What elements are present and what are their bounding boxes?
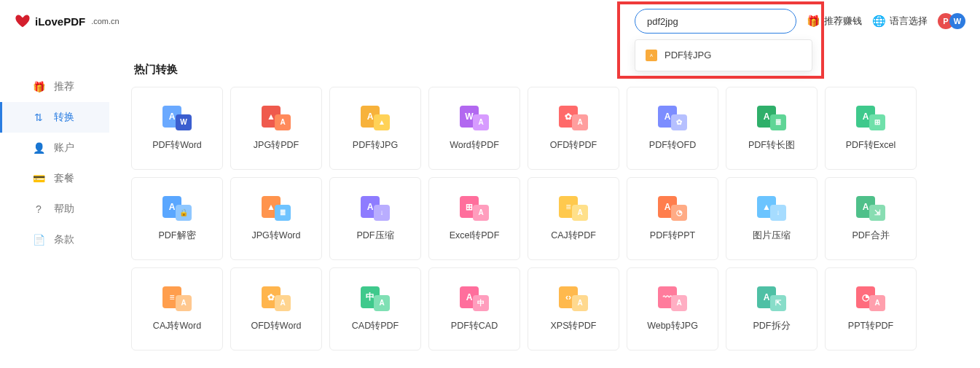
tool-card-7[interactable]: A⊞PDF转Excel [825, 87, 917, 170]
tool-card-2[interactable]: A▲PDF转JPG [329, 87, 421, 170]
layout: 🎁推荐⇅转换👤账户💳套餐?帮助📄条款 热门转换 AWPDF转Word▲AJPG转… [0, 42, 980, 365]
header-right: A PDF转JPG 🎁 推荐赚钱 🌐 语言选择 P W [635, 9, 965, 34]
sidebar-item-label: 转换 [54, 111, 74, 124]
card-icon: AW [162, 106, 192, 130]
sidebar-item-4[interactable]: ?帮助 [0, 194, 109, 224]
main: 热门转换 AWPDF转Word▲AJPG转PDFA▲PDF转JPGWAWord转… [109, 42, 980, 365]
card-icon: A✿ [658, 106, 687, 130]
card-icon: ✿A [262, 286, 291, 311]
brand-suffix: .com.cn [91, 17, 119, 26]
sidebar-item-3[interactable]: 💳套餐 [0, 163, 109, 194]
logo[interactable]: iLovePDF.com.cn [15, 13, 119, 29]
section-title: 热门转换 [134, 63, 965, 77]
header: iLovePDF.com.cn A PDF转JPG 🎁 推荐赚钱 🌐 语言选择 … [0, 0, 980, 42]
card-label: PDF合并 [852, 230, 890, 242]
language-link[interactable]: 🌐 语言选择 [872, 15, 928, 28]
gift-icon: 🎁 [32, 81, 45, 93]
card-label: PDF压缩 [357, 230, 394, 242]
card-icon: A⊞ [856, 106, 885, 130]
tool-card-13[interactable]: A◔PDF转PPT [627, 177, 718, 260]
card-icon: ▲↓ [757, 196, 786, 221]
card-label: PDF转长图 [748, 139, 795, 152]
recommend-label: 推荐赚钱 [824, 15, 862, 28]
sidebar-item-label: 条款 [54, 233, 74, 246]
card-label: Webp转JPG [647, 320, 698, 332]
tool-card-10[interactable]: A↓PDF压缩 [329, 177, 421, 260]
sidebar-item-5[interactable]: 📄条款 [0, 224, 109, 255]
sidebar-item-1[interactable]: ⇅转换 [0, 102, 109, 133]
card-icon: WA [460, 106, 489, 130]
tool-card-19[interactable]: A中PDF转CAD [428, 267, 520, 351]
badge-w: W [949, 13, 965, 29]
tool-card-21[interactable]: 〰AWebp转JPG [627, 267, 718, 351]
suggestion-label: PDF转JPG [665, 49, 711, 62]
card-icon: A◔ [658, 196, 687, 221]
tool-card-22[interactable]: A⇱PDF拆分 [726, 267, 818, 351]
card-icon: A≣ [757, 106, 786, 130]
heart-icon [15, 13, 31, 29]
tool-card-8[interactable]: A🔒PDF解密 [131, 177, 223, 260]
tool-card-3[interactable]: WAWord转PDF [428, 87, 520, 170]
sidebar-item-2[interactable]: 👤账户 [0, 133, 109, 163]
tool-card-23[interactable]: ◔APPT转PDF [825, 267, 917, 351]
globe-icon: 🌐 [872, 15, 886, 28]
card-icon: A⇲ [856, 196, 885, 221]
card-label: PDF转Excel [846, 139, 896, 152]
card-label: 图片压缩 [753, 230, 791, 242]
tool-card-4[interactable]: ✿AOFD转PDF [528, 87, 619, 170]
card-icon: 〰A [658, 286, 687, 311]
user-icon: 👤 [32, 142, 45, 154]
tool-card-20[interactable]: ‹›AXPS转PDF [528, 267, 619, 351]
gift-icon: 🎁 [807, 15, 820, 28]
search-wrap: A PDF转JPG [635, 9, 796, 34]
app-badges[interactable]: P W [938, 13, 965, 29]
doc-icon: 📄 [32, 234, 45, 246]
sidebar-item-label: 推荐 [54, 80, 74, 93]
tool-card-14[interactable]: ▲↓图片压缩 [726, 177, 818, 260]
sidebar-item-0[interactable]: 🎁推荐 [0, 71, 109, 102]
card-icon: ‹›A [559, 286, 588, 311]
card-label: Word转PDF [450, 139, 499, 152]
card-icon: ◔A [856, 286, 885, 311]
card-icon: A中 [460, 286, 489, 311]
tool-card-12[interactable]: ≡ACAJ转PDF [528, 177, 619, 260]
tool-card-18[interactable]: 中ACAD转PDF [329, 267, 421, 351]
tool-card-15[interactable]: A⇲PDF合并 [825, 177, 917, 260]
tool-card-6[interactable]: A≣PDF转长图 [726, 87, 818, 170]
search-input[interactable] [635, 9, 796, 34]
card-label: JPG转Word [252, 230, 301, 242]
card-label: PDF转OFD [649, 139, 696, 152]
search-dropdown: A PDF转JPG [635, 39, 812, 71]
tool-card-9[interactable]: ▲≣JPG转Word [230, 177, 322, 260]
tool-card-17[interactable]: ✿AOFD转Word [230, 267, 322, 351]
card-label: PDF转PPT [650, 230, 695, 242]
card-icon: A↓ [361, 196, 390, 221]
recommend-link[interactable]: 🎁 推荐赚钱 [807, 15, 862, 28]
card-icon: ▲≣ [262, 196, 291, 221]
card-icon: ▲A [262, 106, 291, 130]
card-icon: A▲ [361, 106, 390, 130]
card-icon: ✿A [559, 106, 588, 130]
card-icon: A⇱ [757, 286, 786, 311]
tool-card-11[interactable]: ⊞AExcel转PDF [428, 177, 520, 260]
sidebar-item-label: 帮助 [54, 203, 74, 216]
card-label: PDF解密 [159, 230, 196, 242]
cards-grid: AWPDF转Word▲AJPG转PDFA▲PDF转JPGWAWord转PDF✿A… [131, 87, 965, 351]
card-label: PDF拆分 [753, 320, 791, 332]
tool-card-5[interactable]: A✿PDF转OFD [627, 87, 718, 170]
sidebar-item-label: 套餐 [54, 172, 74, 185]
tool-card-1[interactable]: ▲AJPG转PDF [230, 87, 322, 170]
card-label: PDF转JPG [353, 139, 398, 152]
sidebar-item-label: 账户 [54, 141, 74, 154]
card-icon: ⊞A [460, 196, 489, 221]
card-icon: A🔒 [162, 196, 192, 221]
card-icon: 💳 [32, 173, 45, 184]
card-label: CAJ转PDF [551, 230, 596, 242]
card-label: OFD转PDF [550, 139, 597, 152]
tool-card-0[interactable]: AWPDF转Word [131, 87, 223, 170]
card-label: OFD转Word [251, 320, 301, 332]
card-label: CAJ转Word [153, 320, 201, 332]
search-suggestion[interactable]: A PDF转JPG [635, 43, 812, 68]
suggestion-icon: A [646, 50, 657, 61]
tool-card-16[interactable]: ≡ACAJ转Word [131, 267, 223, 351]
